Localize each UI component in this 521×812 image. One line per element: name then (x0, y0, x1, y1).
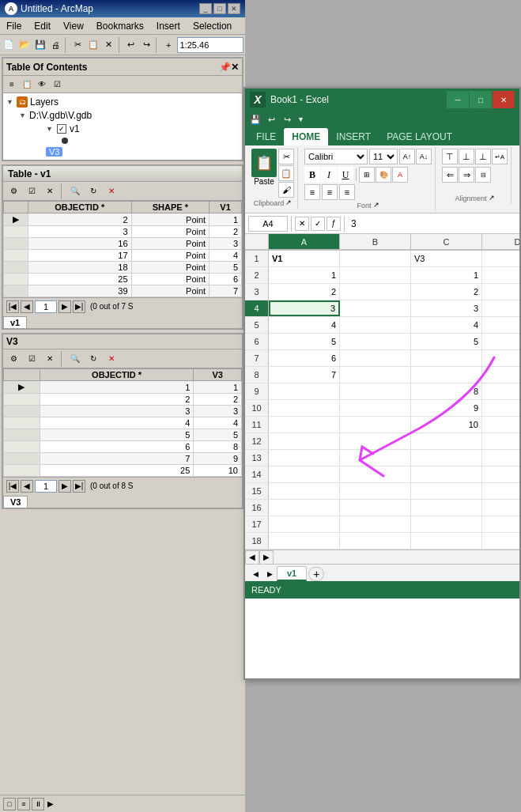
cell-b18[interactable] (340, 533, 411, 549)
clipboard-dialog-icon[interactable]: ↗ (285, 198, 292, 206)
insert-function-button[interactable]: ƒ (327, 217, 341, 231)
cell-b5[interactable] (340, 317, 411, 333)
toc-btn-list[interactable]: ≡ (5, 77, 19, 92)
cell-d1[interactable] (482, 251, 519, 266)
menu-selection[interactable]: Selection (187, 17, 238, 34)
font-name-select[interactable]: Calibri (304, 149, 368, 164)
col-header-a[interactable]: A (269, 234, 340, 250)
cell-a17[interactable] (269, 516, 340, 532)
cut-button[interactable]: ✂ (70, 36, 85, 54)
v3-first-page-button[interactable]: |◀ (6, 480, 19, 493)
statusbar-btn-2[interactable]: ≡ (17, 798, 30, 810)
cell-a8[interactable]: 7 (269, 367, 340, 383)
cell-a15[interactable] (269, 483, 340, 499)
excel-maximize-button[interactable]: □ (470, 91, 492, 108)
align-middle-icon[interactable]: ⊥ (459, 149, 474, 164)
page-input[interactable] (35, 300, 57, 313)
align-center-icon[interactable]: ≡ (322, 184, 338, 200)
print-button[interactable]: 🖨 (48, 36, 63, 54)
sheet-scroll-right[interactable]: ▶ (262, 567, 277, 581)
cell-c1[interactable]: V3 (411, 251, 482, 266)
merge-icon[interactable]: ⊟ (475, 167, 491, 183)
col-v3-objectid[interactable]: OBJECTID * (40, 369, 193, 381)
cell-d2[interactable] (482, 267, 519, 283)
cell-d10[interactable] (482, 400, 519, 416)
cell-d8[interactable] (482, 367, 519, 383)
cell-a9[interactable] (269, 383, 340, 399)
cell-d15[interactable] (482, 483, 519, 499)
expand-db-icon[interactable]: ▼ (19, 111, 27, 119)
font-size-select[interactable]: 11 (369, 149, 398, 164)
menu-file[interactable]: File (0, 17, 28, 34)
table-v1-zoom[interactable]: 🔍 (66, 183, 84, 200)
tab-v3[interactable]: V3 (3, 496, 28, 508)
cell-c4[interactable]: 3 (411, 300, 482, 316)
cell-b9[interactable] (340, 383, 411, 399)
cell-d7[interactable] (482, 350, 519, 366)
cell-c2[interactable]: 1 (411, 267, 482, 283)
toc-pin-button[interactable]: 📌 (219, 62, 231, 73)
table-v3-zoom[interactable]: 🔍 (66, 350, 84, 368)
format-painter-icon[interactable]: 🖌 (278, 182, 294, 198)
align-top-icon[interactable]: ⊤ (442, 149, 458, 164)
tab-page-layout[interactable]: PAGE LAYOUT (379, 128, 460, 145)
cell-a16[interactable] (269, 500, 340, 516)
menu-edit[interactable]: Edit (28, 17, 57, 34)
cell-d3[interactable] (482, 284, 519, 300)
cell-a5[interactable]: 4 (269, 317, 340, 333)
new-button[interactable]: 📄 (2, 36, 17, 54)
cell-d17[interactable] (482, 516, 519, 532)
decrease-font-icon[interactable]: A↓ (416, 149, 432, 164)
tab-home[interactable]: HOME (284, 128, 328, 145)
cell-d11[interactable] (482, 417, 519, 432)
align-bottom-icon[interactable]: ⊥ (475, 149, 491, 164)
cell-a2[interactable]: 1 (269, 267, 340, 283)
open-button[interactable]: 📂 (17, 36, 32, 54)
indent-less-icon[interactable]: ⇐ (442, 167, 458, 183)
table-v3-delete[interactable]: ✕ (103, 350, 120, 368)
close-button[interactable]: ✕ (228, 3, 240, 14)
menu-insert[interactable]: Insert (150, 17, 187, 34)
cell-b17[interactable] (340, 516, 411, 532)
cell-b16[interactable] (340, 500, 411, 516)
italic-button[interactable]: I (321, 167, 337, 183)
save-button[interactable]: 💾 (32, 36, 47, 54)
cell-b12[interactable] (340, 433, 411, 449)
table-v3-options[interactable]: ⚙ (5, 350, 22, 368)
cell-b4[interactable] (340, 300, 411, 316)
cell-c12[interactable] (411, 433, 482, 449)
prev-page-button[interactable]: ◀ (21, 300, 33, 313)
col-v1[interactable]: V1 (210, 202, 242, 213)
cell-a7[interactable]: 6 (269, 350, 340, 366)
wrap-text-icon[interactable]: ↵A (492, 149, 508, 164)
cell-a11[interactable] (269, 417, 340, 432)
window-controls[interactable]: _ □ ✕ (199, 3, 240, 14)
cell-c14[interactable] (411, 466, 482, 482)
menu-bookmarks[interactable]: Bookmarks (90, 17, 150, 34)
cell-c5[interactable]: 4 (411, 317, 482, 333)
confirm-formula-button[interactable]: ✓ (311, 217, 325, 231)
statusbar-btn-3[interactable]: ⏸ (32, 798, 44, 810)
cell-b7[interactable] (340, 350, 411, 366)
cell-c9[interactable]: 8 (411, 383, 482, 399)
first-page-button[interactable]: |◀ (6, 300, 19, 313)
delete-button[interactable]: ✕ (101, 36, 116, 54)
qat-save-icon[interactable]: 💾 (248, 112, 262, 127)
qat-redo-icon[interactable]: ↪ (280, 112, 294, 127)
scale-box[interactable]: 1:25.46 (177, 37, 244, 53)
sheet-scroll-left[interactable]: ◀ (248, 567, 262, 581)
table-v3-select-all[interactable]: ☑ (23, 350, 40, 368)
cell-b13[interactable] (340, 450, 411, 466)
cell-b11[interactable] (340, 417, 411, 432)
underline-button[interactable]: U (338, 167, 353, 183)
cell-d5[interactable] (482, 317, 519, 333)
cell-a1[interactable]: V1 (269, 251, 340, 266)
statusbar-expand[interactable]: ▶ (47, 799, 54, 808)
table-v1-options[interactable]: ⚙ (5, 183, 22, 200)
v1-checkbox[interactable]: ✓ (57, 124, 66, 134)
cell-c16[interactable] (411, 500, 482, 516)
excel-close-button[interactable]: ✕ (493, 91, 515, 108)
excel-window-controls[interactable]: ─ □ ✕ (447, 91, 515, 108)
name-box[interactable] (248, 216, 288, 232)
cell-a13[interactable] (269, 450, 340, 466)
